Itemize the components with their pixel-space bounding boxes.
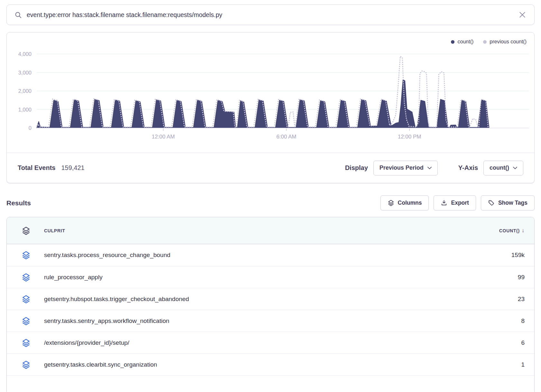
legend-label: count() bbox=[457, 39, 473, 45]
table-row-partial bbox=[7, 375, 534, 392]
yaxis-select[interactable]: count() bbox=[483, 161, 523, 175]
chevron-down-icon bbox=[427, 167, 432, 169]
results-header: Results Columns Export Show Tags bbox=[6, 195, 535, 210]
total-events-label: Total Events bbox=[18, 164, 55, 172]
tag-icon bbox=[488, 200, 495, 206]
column-header-count[interactable]: COUNT() ↓ bbox=[499, 227, 525, 234]
count-header-label: COUNT() bbox=[499, 228, 520, 233]
results-title: Results bbox=[6, 199, 31, 207]
table-header: CULPRIT COUNT() ↓ bbox=[7, 217, 534, 244]
legend-dot-previous-icon bbox=[483, 40, 487, 44]
count-cell: 99 bbox=[518, 274, 525, 281]
layers-icon bbox=[388, 200, 394, 206]
close-icon[interactable] bbox=[518, 11, 527, 19]
svg-text:1,000: 1,000 bbox=[18, 107, 32, 112]
culprit-cell: getsentry.tasks.clearbit.sync_organizati… bbox=[44, 361, 157, 368]
legend-item-previous-count[interactable]: previous count() bbox=[483, 39, 527, 45]
table-row: /extensions/{provider_id}/setup/ 6 bbox=[7, 332, 534, 353]
search-icon bbox=[14, 11, 22, 19]
search-input[interactable] bbox=[27, 11, 518, 19]
export-button-label: Export bbox=[451, 200, 469, 206]
table-row: getsentry.tasks.clearbit.sync_organizati… bbox=[7, 353, 534, 375]
count-cell: 159k bbox=[511, 252, 525, 259]
legend-dot-count-icon bbox=[451, 40, 454, 44]
count-cell: 8 bbox=[521, 317, 525, 325]
count-cell: 23 bbox=[518, 296, 525, 303]
culprit-cell: /extensions/{provider_id}/setup/ bbox=[44, 339, 129, 346]
culprit-cell: sentry.tasks.process_resource_change_bou… bbox=[44, 252, 170, 259]
search-bar bbox=[6, 4, 535, 25]
chart-legend: count() previous count() bbox=[451, 39, 527, 45]
show-tags-button-label: Show Tags bbox=[498, 200, 527, 206]
show-tags-button[interactable]: Show Tags bbox=[481, 195, 535, 210]
stack-icon[interactable] bbox=[22, 360, 31, 369]
svg-text:0: 0 bbox=[29, 125, 32, 131]
culprit-cell: sentry.tasks.sentry_apps.workflow_notifi… bbox=[44, 317, 169, 325]
legend-label: previous count() bbox=[490, 39, 527, 45]
table-row: rule_processor_apply 99 bbox=[7, 266, 534, 288]
chevron-down-icon bbox=[513, 167, 517, 169]
stack-icon[interactable] bbox=[22, 338, 31, 347]
stack-icon[interactable] bbox=[22, 251, 31, 260]
columns-button[interactable]: Columns bbox=[381, 195, 429, 210]
count-cell: 1 bbox=[521, 361, 525, 368]
display-label: Display bbox=[345, 164, 368, 172]
yaxis-label: Y-Axis bbox=[458, 164, 478, 172]
results-table: CULPRIT COUNT() ↓ sentry.tasks.process_r… bbox=[6, 217, 535, 392]
table-row: sentry.tasks.process_resource_change_bou… bbox=[7, 244, 534, 266]
svg-text:12:00 PM: 12:00 PM bbox=[398, 134, 421, 140]
chart-body: count() previous count() 01,0002,0003,00… bbox=[7, 32, 534, 153]
svg-text:4,000: 4,000 bbox=[18, 51, 32, 57]
chart-footer: Total Events 159,421 Display Previous Pe… bbox=[7, 153, 534, 183]
stack-icon[interactable] bbox=[22, 295, 31, 304]
legend-item-count[interactable]: count() bbox=[451, 39, 473, 45]
display-select[interactable]: Previous Period bbox=[373, 161, 438, 175]
table-body: sentry.tasks.process_resource_change_bou… bbox=[7, 244, 534, 375]
count-cell: 6 bbox=[521, 339, 525, 346]
table-row: getsentry.hubspot.tasks.trigger_checkout… bbox=[7, 288, 534, 310]
export-button[interactable]: Export bbox=[434, 195, 476, 210]
stack-icon[interactable] bbox=[22, 316, 31, 325]
culprit-cell: getsentry.hubspot.tasks.trigger_checkout… bbox=[44, 296, 189, 303]
sort-desc-icon: ↓ bbox=[522, 227, 525, 234]
chart-svg: 01,0002,0003,0004,00012:00 AM6:00 AM12:0… bbox=[7, 48, 535, 144]
svg-text:3,000: 3,000 bbox=[18, 70, 32, 76]
svg-text:6:00 AM: 6:00 AM bbox=[276, 134, 296, 140]
total-events-value: 159,421 bbox=[61, 164, 84, 172]
display-select-value: Previous Period bbox=[380, 165, 424, 171]
table-row: sentry.tasks.sentry_apps.workflow_notifi… bbox=[7, 310, 534, 332]
culprit-cell: rule_processor_apply bbox=[44, 274, 103, 281]
stack-icon bbox=[22, 226, 31, 235]
yaxis-select-value: count() bbox=[490, 165, 509, 171]
svg-text:12:00 AM: 12:00 AM bbox=[152, 134, 175, 140]
svg-text:2,000: 2,000 bbox=[18, 88, 32, 94]
download-icon bbox=[441, 200, 447, 206]
stack-icon[interactable] bbox=[22, 273, 31, 282]
columns-button-label: Columns bbox=[398, 200, 422, 206]
column-header-culprit[interactable]: CULPRIT bbox=[44, 228, 65, 233]
results-actions: Columns Export Show Tags bbox=[381, 195, 535, 210]
chart-panel: count() previous count() 01,0002,0003,00… bbox=[6, 32, 535, 183]
